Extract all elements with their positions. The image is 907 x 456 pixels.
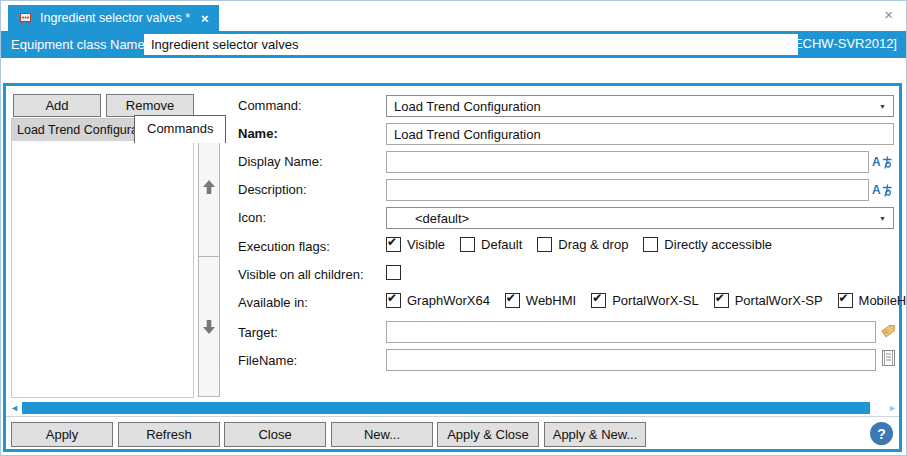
visible-on-all-children: ✔ <box>386 265 407 280</box>
flag-default: ✔ Default <box>460 237 522 252</box>
equipment-class-toolbar: Equipment class Name: [TECHW-SVR2012] <box>1 31 906 58</box>
new-button[interactable]: New... <box>331 422 433 447</box>
remove-command-button[interactable]: Remove <box>106 94 194 117</box>
scroll-left-icon[interactable]: ◄ <box>10 403 19 413</box>
command-dropdown[interactable]: Load Trend Configuration ▼ <box>386 95 894 117</box>
command-label: Command: <box>238 98 302 113</box>
directly-accessible-checkbox[interactable]: ✔ <box>643 237 658 252</box>
icon-dropdown[interactable]: <default> ▼ <box>386 207 894 229</box>
window-close-icon[interactable]: × <box>884 7 893 22</box>
filename-label: FileName: <box>238 353 297 368</box>
tag-icon[interactable] <box>880 322 897 343</box>
equipment-class-name-input[interactable] <box>144 34 798 55</box>
icon-dropdown-value: <default> <box>387 211 469 226</box>
icon-label: Icon: <box>238 210 266 225</box>
available-graphworx64: ✔ GraphWorX64 <box>386 293 490 308</box>
target-label: Target: <box>238 325 278 340</box>
close-button[interactable]: Close <box>224 422 326 447</box>
equipment-class-editor-window: Ingredient selector valves * × × Equipme… <box>0 0 907 456</box>
arrow-up-icon <box>202 179 216 195</box>
localize-icon[interactable]: A <box>872 154 900 170</box>
horizontal-scrollbar[interactable]: ◄ ► <box>6 401 899 415</box>
commands-list: Load Trend Configuration <box>11 118 194 398</box>
filename-input[interactable] <box>386 349 876 371</box>
available-in-label: Available in: <box>238 295 308 310</box>
visible-on-all-children-checkbox[interactable]: ✔ <box>386 265 401 280</box>
document-tab-title: Ingredient selector valves * <box>40 11 190 25</box>
localize-icon[interactable]: A <box>872 182 900 198</box>
command-dropdown-value: Load Trend Configuration <box>387 99 541 114</box>
reorder-controls <box>198 116 220 398</box>
visible-children-group: ✔ <box>386 265 422 280</box>
display-name-label: Display Name: <box>238 154 323 169</box>
default-checkbox[interactable]: ✔ <box>460 237 475 252</box>
graphworx64-checkbox[interactable]: ✔ <box>386 293 401 308</box>
visible-checkbox[interactable]: ✔ <box>386 237 401 252</box>
available-mobilehmi: ✔ MobileHMI <box>838 293 907 308</box>
flag-drag-drop: ✔ Drag & drop <box>537 237 628 252</box>
scrollbar-thumb[interactable] <box>22 402 870 414</box>
description-input[interactable] <box>386 179 869 201</box>
refresh-button[interactable]: Refresh <box>118 422 220 447</box>
execution-flags-group: ✔ Visible ✔ Default ✔ Drag & drop ✔ Dire… <box>386 237 787 252</box>
apply-and-close-button[interactable]: Apply & Close <box>437 422 539 447</box>
description-label: Description: <box>238 182 307 197</box>
footer-divider <box>6 416 899 417</box>
webhmi-checkbox[interactable]: ✔ <box>505 293 520 308</box>
available-portalworx-sl: ✔ PortalWorX-SL <box>591 293 698 308</box>
move-down-button[interactable] <box>198 256 220 397</box>
chevron-down-icon: ▼ <box>879 215 886 222</box>
tab-commands[interactable]: Commands <box>134 115 226 143</box>
server-name-badge: [TECHW-SVR2012] <box>782 36 897 51</box>
portalworx-sl-checkbox[interactable]: ✔ <box>591 293 606 308</box>
file-browse-icon[interactable] <box>881 349 896 371</box>
document-tab-strip: Ingredient selector valves * × × <box>1 1 906 31</box>
flag-directly-accessible: ✔ Directly accessible <box>643 237 772 252</box>
visible-on-all-children-label: Visible on all children: <box>238 267 364 282</box>
available-in-group: ✔ GraphWorX64 ✔ WebHMI ✔ PortalWorX-SL ✔… <box>386 293 907 308</box>
name-label: Name: <box>238 126 278 141</box>
add-command-button[interactable]: Add <box>13 94 101 117</box>
drag-drop-checkbox[interactable]: ✔ <box>537 237 552 252</box>
execution-flags-label: Execution flags: <box>238 239 330 254</box>
arrow-down-icon <box>202 319 216 335</box>
equipment-class-name-label: Equipment class Name: <box>11 37 148 52</box>
portalworx-sp-checkbox[interactable]: ✔ <box>714 293 729 308</box>
tab-close-icon[interactable]: × <box>201 11 209 26</box>
name-input[interactable] <box>386 123 894 145</box>
mobilehmi-checkbox[interactable]: ✔ <box>838 293 853 308</box>
flag-visible: ✔ Visible <box>386 237 445 252</box>
available-webhmi: ✔ WebHMI <box>505 293 576 308</box>
apply-button[interactable]: Apply <box>11 422 113 447</box>
document-tab[interactable]: Ingredient selector valves * × <box>8 5 219 31</box>
help-icon[interactable]: ? <box>870 422 893 445</box>
scroll-right-icon[interactable]: ► <box>888 403 897 413</box>
target-input[interactable] <box>386 321 876 343</box>
equipment-class-icon <box>18 11 33 26</box>
chevron-down-icon: ▼ <box>879 103 886 110</box>
available-portalworx-sp: ✔ PortalWorX-SP <box>714 293 823 308</box>
apply-and-new-button[interactable]: Apply & New... <box>544 422 646 447</box>
display-name-input[interactable] <box>386 151 869 173</box>
